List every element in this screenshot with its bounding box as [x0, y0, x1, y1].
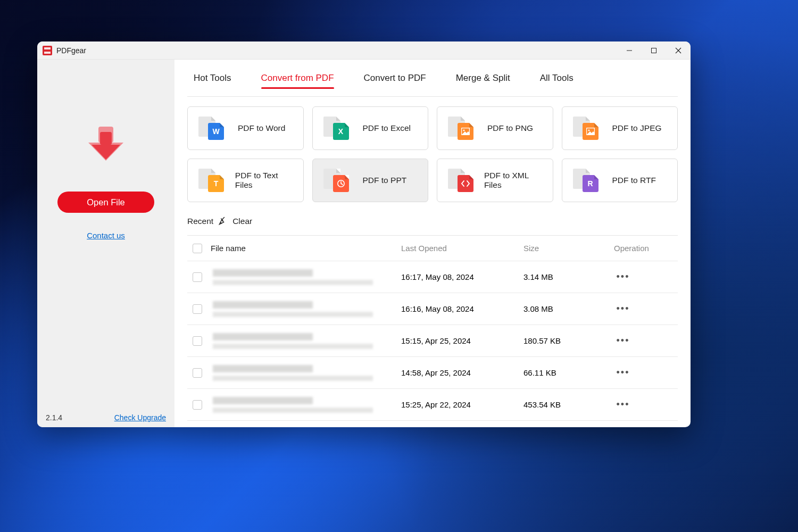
sidebar-footer: 2.1.4 Check Upgrade	[37, 413, 174, 422]
titlebar: PDFgear	[37, 41, 691, 60]
svg-point-9	[588, 130, 589, 131]
cell-size: 66.11 KB	[523, 368, 614, 377]
table-row[interactable]: 14:58, Apr 25, 202466.11 KB•••	[187, 357, 678, 389]
tool-label: PDF to JPEG	[612, 123, 662, 133]
tool-pdf-to-rtf[interactable]: RPDF to RTF	[562, 159, 678, 202]
row-checkbox[interactable]	[193, 304, 202, 314]
recent-bar: Recent Clear	[187, 216, 678, 227]
tool-icon: X	[323, 117, 355, 140]
tool-label: PDF to Excel	[363, 123, 411, 133]
app-window: PDFgear	[37, 41, 691, 427]
tool-label: PDF to XML Files	[484, 171, 542, 190]
tool-icon	[448, 117, 480, 140]
content-panel: Hot ToolsConvert from PDFConvert to PDFM…	[174, 60, 691, 427]
tool-label: PDF to PNG	[487, 123, 533, 133]
tool-icon: T	[198, 169, 228, 192]
cell-file-name	[211, 363, 401, 383]
tool-icon	[323, 169, 355, 192]
close-button[interactable]	[666, 41, 691, 60]
cell-file-name	[211, 299, 401, 319]
tool-pdf-to-ppt[interactable]: PDF to PPT	[312, 159, 429, 202]
tool-pdf-to-excel[interactable]: XPDF to Excel	[312, 106, 429, 150]
table-row[interactable]: 15:25, Apr 22, 2024453.54 KB•••	[187, 389, 678, 421]
tool-pdf-to-word[interactable]: WPDF to Word	[187, 106, 304, 150]
tool-icon	[448, 169, 477, 192]
sidebar: Open File Contact us 2.1.4 Check Upgrade	[37, 60, 174, 427]
cell-file-name	[211, 267, 401, 287]
maximize-button[interactable]	[642, 41, 666, 60]
check-upgrade-link[interactable]: Check Upgrade	[114, 413, 166, 422]
row-menu-button[interactable]: •••	[614, 398, 632, 411]
cell-size: 3.14 MB	[523, 272, 614, 281]
select-all-checkbox[interactable]	[193, 244, 202, 253]
tool-tabs: Hot ToolsConvert from PDFConvert to PDFM…	[187, 60, 678, 97]
row-checkbox[interactable]	[193, 272, 202, 282]
svg-point-7	[463, 130, 465, 131]
tool-icon: R	[573, 169, 605, 192]
row-menu-button[interactable]: •••	[614, 367, 632, 379]
minimize-button[interactable]	[617, 41, 642, 60]
row-checkbox[interactable]	[193, 368, 202, 378]
tab-all-tools[interactable]: All Tools	[540, 70, 573, 87]
tool-pdf-to-xml-files[interactable]: PDF to XML Files	[437, 159, 553, 202]
row-menu-button[interactable]: •••	[614, 303, 632, 315]
cell-last-opened: 16:16, May 08, 2024	[401, 304, 523, 313]
table-row[interactable]: 16:17, May 08, 20243.14 MB•••	[187, 261, 678, 293]
svg-rect-5	[100, 132, 112, 145]
cell-size: 180.57 KB	[523, 336, 614, 345]
app-title: PDFgear	[56, 46, 86, 55]
cell-size: 3.08 MB	[523, 304, 614, 313]
table-head: File name Last Opened Size Operation	[187, 236, 678, 261]
tool-pdf-to-jpeg[interactable]: PDF to JPEG	[562, 106, 678, 150]
contact-us-link[interactable]: Contact us	[87, 231, 125, 240]
tool-label: PDF to RTF	[612, 176, 656, 185]
tool-pdf-to-text-files[interactable]: TPDF to Text Files	[187, 159, 304, 202]
table-row[interactable]: 15:15, Apr 25, 2024180.57 KB•••	[187, 325, 678, 357]
cell-last-opened: 14:58, Apr 25, 2024	[401, 368, 523, 377]
tool-icon: W	[198, 117, 230, 140]
tool-label: PDF to Text Files	[235, 171, 293, 190]
open-file-button[interactable]: Open File	[57, 192, 154, 213]
row-checkbox[interactable]	[193, 400, 202, 410]
tool-label: PDF to PPT	[363, 176, 407, 185]
tool-pdf-to-png[interactable]: PDF to PNG	[437, 106, 553, 150]
row-menu-button[interactable]: •••	[614, 335, 632, 347]
row-checkbox[interactable]	[193, 336, 202, 346]
open-file-icon	[81, 60, 131, 171]
app-logo-icon	[43, 46, 52, 55]
cell-file-name	[211, 395, 401, 415]
cell-file-name	[211, 331, 401, 351]
row-menu-button[interactable]: •••	[614, 271, 632, 284]
tab-merge-split[interactable]: Merge & Split	[456, 70, 510, 87]
col-file-name: File name	[211, 244, 401, 253]
window-controls	[617, 41, 691, 60]
svg-rect-1	[652, 48, 656, 53]
cell-last-opened: 15:25, Apr 22, 2024	[401, 400, 523, 409]
col-size: Size	[523, 244, 614, 253]
tab-convert-to-pdf[interactable]: Convert to PDF	[364, 70, 426, 87]
clear-recent-button[interactable]: Clear	[232, 217, 252, 226]
recent-table: File name Last Opened Size Operation 16:…	[187, 235, 678, 421]
broom-icon	[218, 216, 228, 227]
tab-hot-tools[interactable]: Hot Tools	[194, 70, 231, 87]
table-row[interactable]: 16:16, May 08, 20243.08 MB•••	[187, 293, 678, 325]
cell-size: 453.54 KB	[523, 400, 614, 409]
tool-grid: WPDF to WordXPDF to ExcelPDF to PNGPDF t…	[187, 97, 678, 202]
cell-last-opened: 15:15, Apr 25, 2024	[401, 336, 523, 345]
version-label: 2.1.4	[46, 413, 62, 422]
recent-label: Recent	[187, 217, 213, 226]
col-last-opened: Last Opened	[401, 244, 523, 253]
tool-label: PDF to Word	[238, 123, 285, 133]
tab-convert-from-pdf[interactable]: Convert from PDF	[261, 70, 334, 87]
col-operation: Operation	[614, 244, 678, 253]
tool-icon	[573, 117, 605, 140]
cell-last-opened: 16:17, May 08, 2024	[401, 272, 523, 281]
